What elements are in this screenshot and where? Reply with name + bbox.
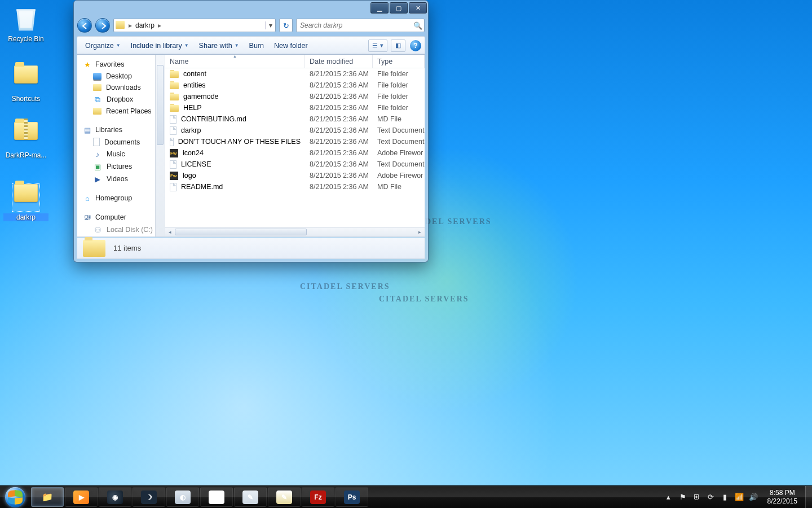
folder-icon [170, 94, 179, 100]
search-icon[interactable]: 🔍 [412, 21, 424, 30]
folder-icon [83, 240, 105, 257]
taskbar-explorer[interactable]: 📁 [31, 487, 64, 507]
file-date: 8/21/2015 2:36 AM [305, 172, 373, 179]
wmplayer-icon: ▶ [73, 491, 89, 504]
taskbar-wmplayer[interactable]: ▶ [65, 487, 98, 507]
clock[interactable]: 8:58 PM 8/22/2015 [763, 487, 802, 508]
file-row[interactable]: CONTRIBUTING.md8/21/2015 2:36 AMMD File [165, 113, 425, 125]
taskbar-app-disc[interactable]: ◐ [166, 487, 199, 507]
file-row[interactable]: gamemode8/21/2015 2:36 AMFile folder [165, 91, 425, 102]
favorites-header[interactable]: ★Favorites [81, 58, 165, 71]
icon-label: Recycle Bin [3, 35, 48, 43]
shield-icon[interactable]: ⛨ [692, 493, 701, 502]
nav-back-button[interactable] [77, 18, 92, 33]
chevron-right-icon[interactable]: ▸ [157, 21, 165, 29]
column-date-modified[interactable]: Date modified [305, 55, 373, 68]
organize-menu[interactable]: Organize▼ [81, 40, 125, 52]
include-in-library-menu[interactable]: Include in library▼ [126, 40, 193, 52]
file-row[interactable]: LICENSE8/21/2015 2:36 AMText Document [165, 159, 425, 170]
shortcuts-folder[interactable]: Shortcuts [3, 61, 48, 103]
file-row[interactable]: DON'T TOUCH ANY OF THESE FILES8/21/2015 … [165, 136, 425, 147]
new-folder-button[interactable]: New folder [270, 40, 312, 52]
file-row[interactable]: entities8/21/2015 2:36 AMFile folder [165, 80, 425, 91]
scroll-left-icon[interactable]: ◂ [165, 227, 175, 237]
taskbar-notepadpp[interactable]: ✎ [268, 487, 301, 507]
show-desktop-button[interactable] [805, 486, 812, 508]
file-name: icon24 [183, 149, 204, 157]
start-button[interactable] [0, 486, 30, 508]
taskbar-teamspeak[interactable]: ☽ [133, 487, 165, 507]
show-hidden-icons-button[interactable]: ▴ [664, 493, 673, 502]
app-disc-icon: ◐ [175, 491, 191, 504]
taskbar-filezilla[interactable]: Fz [302, 487, 334, 507]
file-row[interactable]: HELP8/21/2015 2:36 AMFile folder [165, 102, 425, 113]
taskbar-steam[interactable]: ◉ [99, 487, 131, 507]
search-box[interactable]: 🔍 [296, 19, 425, 32]
preview-pane-button[interactable]: ◧ [391, 40, 405, 52]
file-row[interactable]: icon248/21/2015 2:36 AMAdobe Firewor [165, 147, 425, 159]
sidebar-dropbox[interactable]: ⧉Dropbox [81, 93, 165, 106]
file-row[interactable]: darkrp8/21/2015 2:36 AMText Document [165, 125, 425, 136]
sidebar-music[interactable]: ♪Music [81, 148, 165, 160]
share-with-menu[interactable]: Share with▼ [195, 40, 244, 52]
minimize-button[interactable]: ▁ [370, 2, 389, 14]
file-date: 8/21/2015 2:36 AM [305, 70, 373, 78]
breadcrumb-item[interactable]: darkrp [135, 21, 157, 29]
file-name: gamemode [183, 93, 219, 100]
maximize-button[interactable]: ▢ [390, 2, 408, 14]
scrollbar-thumb[interactable] [175, 229, 307, 235]
file-date: 8/21/2015 2:36 AM [305, 115, 373, 123]
file-type: Text Document [373, 160, 425, 168]
darkrp-folder[interactable]: darkrp [3, 179, 48, 221]
sidebar-recent-places[interactable]: Recent Places [81, 106, 165, 117]
libraries-header[interactable]: ▤Libraries [81, 124, 165, 136]
sidebar-videos[interactable]: ▶Videos [81, 173, 165, 185]
darkrp-master-folder[interactable]: DarkRP-ma... [3, 117, 48, 159]
homegroup-header[interactable]: ⌂Homegroup [81, 192, 165, 204]
nav-forward-button[interactable] [95, 18, 110, 33]
column-name[interactable]: Name [165, 55, 305, 68]
notepad-icon: ✎ [242, 491, 258, 504]
sidebar-documents[interactable]: Documents [81, 136, 165, 148]
close-button[interactable]: ✕ [409, 2, 427, 14]
computer-header[interactable]: 🖳Computer [81, 211, 165, 224]
network-icon[interactable]: 📶 [735, 493, 744, 502]
sidebar-pictures[interactable]: ▣Pictures [81, 160, 165, 173]
search-input[interactable] [297, 21, 412, 29]
window-titlebar[interactable]: ▁ ▢ ✕ [74, 1, 428, 16]
music-icon: ♪ [93, 150, 102, 159]
address-dropdown[interactable]: ▾ [265, 21, 275, 29]
file-row[interactable]: content8/21/2015 2:36 AMFile folder [165, 68, 425, 80]
taskbar-notepad[interactable]: ✎ [234, 487, 267, 507]
taskbar-keypad[interactable]: ⠿ [200, 487, 233, 507]
windows-logo-icon [5, 487, 25, 507]
recycle-bin[interactable]: Recycle Bin [3, 5, 48, 43]
flag-icon[interactable]: ⚑ [678, 493, 687, 502]
battery-icon[interactable]: ▮ [721, 493, 730, 502]
sidebar-scrollbar[interactable] [155, 55, 165, 237]
column-type[interactable]: Type [373, 55, 425, 68]
refresh-button[interactable]: ↻ [279, 19, 293, 32]
sidebar-desktop[interactable]: Desktop [81, 71, 165, 82]
taskbar-photoshop[interactable]: Ps [336, 487, 368, 507]
command-bar: Organize▼ Include in library▼ Share with… [77, 36, 425, 55]
burn-button[interactable]: Burn [245, 40, 268, 52]
chevron-right-icon[interactable]: ▸ [127, 21, 135, 29]
file-name: HELP [183, 104, 202, 112]
status-item-count: 11 items [113, 244, 141, 252]
horizontal-scrollbar[interactable]: ◂ ▸ [165, 227, 425, 237]
sidebar-downloads[interactable]: Downloads [81, 82, 165, 93]
address-bar[interactable]: ▸ darkrp ▸ ▾ [113, 19, 276, 32]
file-row[interactable]: README.md8/21/2015 2:36 AMMD File [165, 181, 425, 192]
help-button[interactable]: ? [410, 40, 421, 51]
zip-folder-icon [14, 122, 38, 140]
file-row[interactable]: logo8/21/2015 2:36 AMAdobe Firewor [165, 170, 425, 181]
scroll-right-icon[interactable]: ▸ [415, 227, 425, 237]
file-date: 8/21/2015 2:36 AM [305, 104, 373, 112]
view-options-button[interactable]: ☰ ▾ [368, 40, 387, 52]
sync-icon[interactable]: ⟳ [707, 493, 716, 502]
sidebar-local-disk[interactable]: ⛁Local Disk (C:) [81, 224, 165, 236]
volume-icon[interactable]: 🔊 [749, 493, 758, 502]
file-name: darkrp [181, 126, 201, 134]
file-type: Text Document [373, 138, 425, 146]
